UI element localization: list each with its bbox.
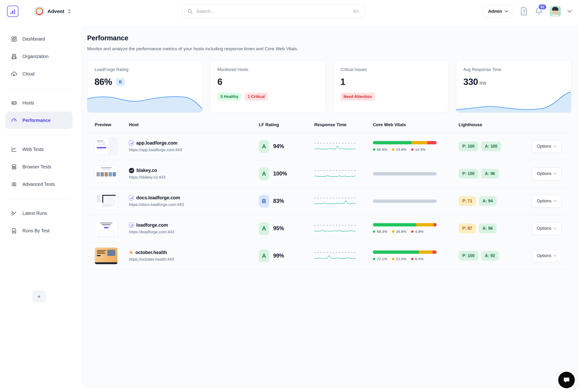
column-header-response-time: Response Time: [314, 122, 373, 127]
options-button[interactable]: Options: [532, 222, 562, 235]
grade-badge: B: [259, 195, 269, 208]
app-logo-icon[interactable]: [7, 6, 18, 17]
user-menu-chevron-icon[interactable]: [568, 10, 572, 13]
rating-grade-badge: B: [116, 78, 125, 86]
lf-rating-cell: A94%: [259, 140, 314, 153]
options-button[interactable]: Options: [532, 168, 562, 180]
site-preview-thumbnail[interactable]: [95, 165, 118, 182]
chart-favicon: [129, 223, 134, 227]
up-down-chevron-icon: [67, 9, 71, 14]
stat-card-value: 6: [217, 77, 222, 87]
card-area-chart: [456, 91, 571, 112]
notification-count-badge: 57: [538, 4, 547, 10]
sidebar: DashboardOrganizationCloudHostsPerforman…: [0, 23, 78, 392]
host-cell[interactable]: ❋october.healthhttps://october.health:44…: [129, 250, 259, 262]
lighthouse-cell: P: 87A: 96: [459, 224, 530, 233]
cwv-good-value: 60.9%: [373, 147, 387, 152]
grade-badge: A: [259, 250, 269, 262]
sidebar-item-cloud[interactable]: Cloud: [5, 65, 73, 83]
chevron-down-icon: [554, 145, 557, 147]
site-preview-thumbnail[interactable]: [95, 220, 118, 237]
lighthouse-accessibility-badge: A: 96: [479, 224, 497, 233]
rating-percent: 100%: [273, 170, 287, 177]
core-web-vitals: 68.3%26.8%4.9%: [373, 223, 436, 234]
grid-icon: [11, 36, 17, 42]
sidebar-item-browser-tests[interactable]: Browser Tests: [5, 158, 73, 175]
sidebar-item-label: Performance: [22, 118, 51, 123]
stat-card-avg-response-time: Avg Response Time330ms: [456, 60, 572, 113]
rating-percent: 94%: [273, 143, 284, 150]
lighthouse-performance-badge: P: 100: [459, 169, 478, 178]
search-shortcut: ⌘K: [353, 9, 360, 14]
lf-rating-cell: B83%: [259, 195, 314, 208]
options-button[interactable]: Options: [532, 195, 562, 208]
notifications-button[interactable]: 57: [535, 7, 543, 16]
admin-label: Admin: [488, 9, 502, 14]
red-dot-icon: [411, 258, 414, 260]
lighthouse-performance-badge: P: 87: [459, 224, 476, 233]
options-button[interactable]: Options: [532, 140, 562, 153]
options-label: Options: [537, 199, 551, 204]
red-dot-icon: [411, 230, 414, 233]
sidebar-item-advanced-tests[interactable]: Advanced Tests: [5, 175, 73, 193]
rating-percent: 95%: [273, 225, 284, 232]
admin-menu-button[interactable]: Admin: [483, 5, 513, 18]
sidebar-item-dashboard[interactable]: Dashboard: [5, 30, 73, 48]
page-title: Performance: [87, 34, 572, 42]
sidebar-item-organization[interactable]: Organization: [5, 48, 73, 65]
help-button[interactable]: [520, 7, 528, 16]
cwv-poor-value: 14.3%: [411, 147, 426, 152]
user-avatar[interactable]: [550, 6, 561, 17]
host-cell[interactable]: docs.loadforge.comhttps://docs.loadforge…: [129, 195, 259, 207]
workspace-avatar: [34, 6, 44, 16]
site-preview-thumbnail[interactable]: [95, 193, 118, 210]
stat-card-label: Critical Issues: [341, 67, 441, 72]
chevron-down-icon: [505, 10, 508, 12]
sidebar-divider: [6, 199, 72, 199]
lighthouse-performance-badge: P: 100: [459, 142, 478, 151]
sidebar-collapse-button[interactable]: «: [32, 290, 46, 303]
app-root: Advent ⌘K Admin 57: [0, 0, 579, 392]
search-field[interactable]: [196, 9, 350, 14]
lf-rating-cell: A100%: [259, 168, 314, 180]
workspace-selector[interactable]: Advent: [34, 6, 71, 16]
host-cell[interactable]: app.loadforge.comhttps://app.loadforge.c…: [129, 140, 259, 152]
host-cell[interactable]: DBblakey.cohttps://blakey.co:443: [129, 168, 259, 180]
host-cell[interactable]: loadforge.comhttps://loadforge.com:443: [129, 223, 259, 234]
options-button[interactable]: Options: [532, 250, 562, 262]
sidebar-item-hosts[interactable]: Hosts: [5, 94, 73, 112]
sidebar-item-label: Advanced Tests: [22, 182, 55, 187]
host-row-docs.loadforge.com: docs.loadforge.comhttps://docs.loadforge…: [87, 187, 572, 215]
sidebar-item-label: Cloud: [22, 71, 34, 77]
sidebar-item-web-tests[interactable]: Web Tests: [5, 141, 73, 158]
lighthouse-accessibility-badge: A: 92: [481, 251, 499, 261]
host-row-october.health: ❋october.healthhttps://october.health:44…: [87, 242, 572, 270]
stat-card-value: 330: [463, 77, 478, 87]
cwv-empty-bar: [373, 200, 436, 203]
chat-button[interactable]: [558, 372, 575, 388]
column-header-core-web-vitals: Core Web Vitals: [373, 122, 459, 127]
cloud-gear-icon: [11, 71, 17, 77]
core-web-vitals: [373, 200, 436, 203]
site-preview-thumbnail[interactable]: [95, 247, 118, 264]
sidebar-item-latest-runs[interactable]: Latest Runs: [5, 205, 73, 222]
column-header-lighthouse: Lighthouse: [459, 122, 530, 127]
sidebar-item-label: Organization: [22, 54, 49, 59]
green-dot-icon: [373, 258, 375, 260]
chevron-down-icon: [554, 200, 557, 202]
server-icon: [11, 100, 17, 106]
host-row-app.loadforge.com: app.loadforge.comhttps://app.loadforge.c…: [87, 133, 572, 160]
sidebar-item-label: Dashboard: [22, 36, 45, 42]
search-input[interactable]: ⌘K: [182, 4, 365, 18]
core-web-vitals: [373, 172, 436, 175]
host-name: app.loadforge.com: [136, 140, 177, 146]
cwv-needs-improvement-value: 21.5%: [392, 257, 406, 261]
grade-badge: A: [259, 140, 269, 153]
lighthouse-performance-badge: P: 71: [459, 196, 476, 206]
column-header-lf-rating: LF Rating: [259, 122, 314, 127]
sidebar-item-performance[interactable]: Performance: [5, 112, 73, 129]
site-preview-thumbnail[interactable]: [95, 138, 118, 155]
host-url: https://loadforge.com:443: [129, 230, 259, 234]
chevron-down-icon: [554, 255, 557, 257]
sidebar-item-runs-by-test[interactable]: Runs By Test: [5, 222, 73, 239]
